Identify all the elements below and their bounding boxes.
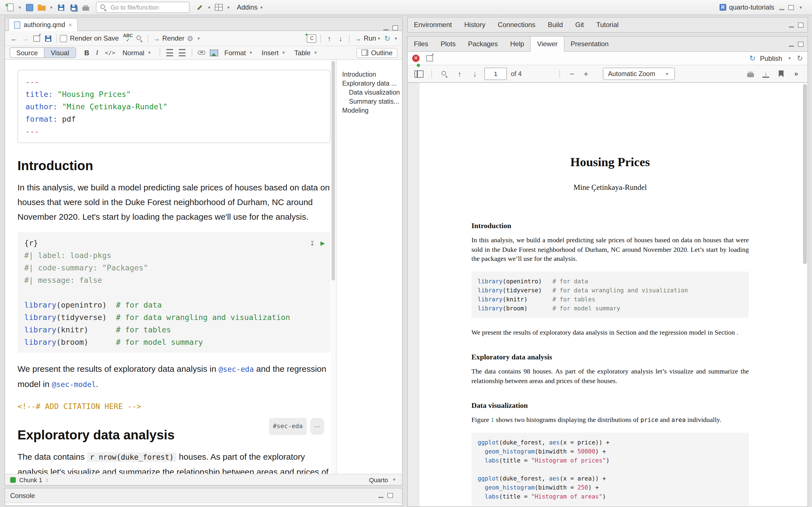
visual-mode-button[interactable]: Visual [44, 48, 75, 57]
yaml-block[interactable]: --- title: "Housing Prices" author: "Min… [17, 70, 331, 143]
publish-caret-icon[interactable]: ▾ [786, 56, 792, 61]
save-document-icon[interactable] [42, 33, 54, 44]
doc-type-status[interactable]: Quarto [369, 476, 388, 483]
stop-viewer-icon[interactable]: ✕ [412, 55, 419, 62]
table-menu[interactable]: Table▾ [291, 49, 322, 57]
pdf-next-page-icon[interactable]: ↓ [469, 68, 480, 79]
back-icon[interactable]: ← [8, 33, 20, 44]
tools-caret-icon[interactable]: ▾ [206, 5, 212, 10]
minimize-icon[interactable] [779, 9, 784, 10]
save-all-icon[interactable] [68, 2, 79, 13]
insert-menu[interactable]: Insert▾ [258, 49, 290, 57]
chunk-nav-icon[interactable]: ↕ [46, 477, 48, 483]
console-maximize-icon[interactable] [388, 493, 393, 498]
addins-caret-icon[interactable]: ▾ [259, 5, 264, 10]
code-format-button[interactable]: </> [102, 50, 118, 56]
tab-files[interactable]: Files [408, 37, 435, 51]
tab-authoring-qmd[interactable]: authoring.qmd × [8, 18, 78, 31]
refresh-viewer-icon[interactable]: ↻ [797, 54, 803, 62]
go-to-previous-chunk-icon[interactable]: ↑ [324, 33, 335, 44]
outline-item-modeling[interactable]: Modeling [342, 106, 400, 115]
rerun-icon[interactable]: ↻ [382, 33, 393, 44]
pdf-download-icon[interactable]: ↓ [760, 68, 771, 79]
forward-icon[interactable]: → [20, 33, 31, 44]
recent-files-caret-icon[interactable]: ▾ [49, 5, 54, 10]
pdf-previous-page-icon[interactable]: ↑ [454, 68, 465, 79]
render-settings-gear-icon[interactable]: ⚙ [185, 33, 196, 44]
pdf-print-icon[interactable] [745, 68, 756, 79]
goto-file-input[interactable] [109, 3, 183, 11]
go-to-next-chunk-icon[interactable]: ↓ [335, 33, 346, 44]
console-minimize-icon[interactable] [378, 497, 384, 498]
render-on-save-checkbox[interactable] [60, 35, 67, 42]
goto-file-search[interactable] [96, 2, 190, 13]
addins-menu[interactable]: Addins [237, 3, 257, 11]
bullet-list-icon[interactable] [164, 47, 175, 58]
tab-viewer[interactable]: Viewer [530, 37, 564, 52]
code-chunk-load-pkgs[interactable]: ↧ ▶ {r} #| label: load-pkgs #| code-summ… [17, 232, 331, 353]
outline-item-data-visualization[interactable]: Data visualization [342, 88, 400, 97]
visual-editor-canvas[interactable]: --- title: "Housing Prices" author: "Min… [5, 60, 331, 474]
publish-button[interactable]: Publish [760, 54, 782, 62]
pdf-scrollbar-thumb[interactable] [803, 84, 807, 264]
new-project-icon[interactable] [24, 2, 35, 13]
tab-packages[interactable]: Packages [462, 37, 504, 51]
chunk-status[interactable]: Chunk 1 [19, 476, 42, 483]
tab-history[interactable]: History [458, 17, 492, 32]
project-caret-icon[interactable]: ▾ [798, 5, 804, 10]
spellcheck-icon[interactable]: ABC✓ [122, 33, 133, 44]
source-mode-button[interactable]: Source [10, 48, 44, 57]
run-caret-icon[interactable]: ▾ [376, 36, 382, 41]
tab-presentation[interactable]: Presentation [564, 37, 615, 51]
outline-item-eda[interactable]: Exploratory data ... [342, 79, 400, 88]
pdf-more-tools-icon[interactable]: » [791, 68, 802, 79]
envpane-minimize-icon[interactable] [789, 26, 794, 27]
tab-build[interactable]: Build [542, 17, 569, 32]
section-menu-button[interactable]: ⋯ [310, 418, 324, 435]
run-button[interactable]: Run [364, 34, 376, 42]
tab-git[interactable]: Git [569, 17, 590, 32]
italic-button[interactable]: I [93, 48, 101, 57]
outline-item-introduction[interactable]: Introduction [342, 70, 400, 79]
maximize-icon[interactable] [788, 5, 794, 10]
save-icon[interactable] [55, 2, 66, 13]
pdf-bookmark-icon[interactable] [775, 68, 786, 79]
viewer-popout-icon[interactable] [424, 53, 435, 64]
link-icon[interactable] [196, 47, 207, 58]
numbered-list-icon[interactable] [176, 47, 188, 58]
open-in-new-window-icon[interactable] [31, 33, 42, 44]
zoom-select[interactable]: Automatic Zoom▾ [603, 68, 675, 80]
zoom-in-icon[interactable]: + [581, 69, 591, 78]
figure-1-link[interactable]: 1 [491, 416, 494, 424]
editor-minimize-icon[interactable] [384, 29, 389, 31]
editor-scrollbar[interactable] [331, 60, 336, 474]
tab-help[interactable]: Help [504, 37, 530, 51]
render-button[interactable]: Render [162, 34, 185, 42]
rerun-caret-icon[interactable]: ▾ [393, 36, 399, 41]
outline-item-summary-statistics[interactable]: Summary statis... [342, 97, 400, 106]
render-caret-icon[interactable]: ▾ [196, 36, 201, 41]
bold-button[interactable]: B [82, 49, 92, 57]
project-menu[interactable]: R quarto-tutorials [719, 3, 774, 11]
viewerpane-minimize-icon[interactable] [789, 45, 794, 47]
new-file-caret-icon[interactable]: ▾ [17, 5, 22, 10]
zoom-out-icon[interactable]: − [567, 69, 577, 78]
paragraph-style-dropdown[interactable]: Normal▾ [119, 49, 155, 57]
open-file-icon[interactable] [36, 2, 47, 13]
image-icon[interactable] [209, 47, 220, 58]
pdf-search-icon[interactable] [439, 68, 450, 79]
pdf-page-input[interactable] [485, 68, 507, 80]
doc-type-caret-icon[interactable]: ▾ [391, 477, 397, 482]
new-file-icon[interactable]: + [4, 2, 16, 13]
panes-caret-icon[interactable]: ▾ [225, 5, 231, 10]
editor-scrollbar-thumb[interactable] [332, 61, 335, 281]
insert-chunk-icon[interactable]: +C [306, 33, 317, 44]
pdf-viewer-area[interactable]: Housing Prices Mine Çetinkaya-Rundel Int… [408, 83, 808, 506]
tab-environment[interactable]: Environment [408, 17, 458, 32]
tab-connections[interactable]: Connections [492, 17, 541, 32]
format-menu[interactable]: Format▾ [221, 49, 257, 57]
find-replace-icon[interactable] [133, 33, 145, 44]
tab-plots[interactable]: Plots [435, 37, 462, 51]
tools-icon[interactable] [194, 2, 205, 13]
editor-maximize-icon[interactable] [393, 25, 398, 31]
